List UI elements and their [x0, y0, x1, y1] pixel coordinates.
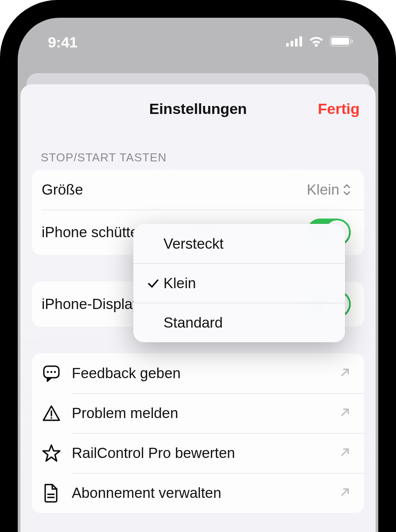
section-header-stop-start: Stop/Start Tasten	[20, 133, 376, 170]
external-link-icon	[339, 367, 351, 380]
menu-label: Standard	[163, 314, 223, 331]
row-rate-app[interactable]: RailControl Pro bewerten	[32, 433, 364, 473]
warning-icon	[42, 403, 72, 423]
menu-option-standard[interactable]: Standard	[133, 303, 345, 342]
star-icon	[42, 443, 72, 463]
status-time: 9:41	[48, 34, 78, 51]
status-bar: 9:41	[18, 18, 378, 66]
svg-rect-1	[291, 41, 293, 47]
phone-screen: 9:41	[18, 18, 378, 532]
row-report-problem[interactable]: Problem melden	[32, 393, 364, 433]
status-icons	[286, 35, 354, 49]
menu-label: Klein	[163, 275, 196, 292]
external-link-icon	[339, 446, 351, 460]
battery-icon	[330, 35, 354, 49]
wifi-icon	[308, 35, 324, 49]
menu-option-klein[interactable]: Klein	[133, 263, 345, 303]
svg-rect-3	[299, 36, 302, 47]
section-links: Feedback geben Problem melden	[32, 353, 364, 513]
done-button[interactable]: Fertig	[318, 84, 360, 133]
row-label: Problem melden	[72, 404, 339, 422]
menu-label: Versteckt	[163, 235, 224, 252]
size-picker-menu: Versteckt Klein Standard	[133, 224, 345, 342]
size-value-text: Klein	[307, 181, 339, 198]
phone-side-button	[0, 142, 1, 173]
chevron-up-down-icon	[343, 183, 351, 196]
svg-point-8	[47, 371, 49, 373]
row-label: RailControl Pro bewerten	[72, 444, 339, 462]
phone-side-button	[0, 262, 1, 319]
row-label: Größe	[42, 180, 307, 199]
checkmark-icon	[143, 277, 163, 290]
svg-rect-2	[295, 39, 298, 47]
menu-option-versteckt[interactable]: Versteckt	[133, 224, 345, 263]
svg-rect-6	[351, 39, 353, 43]
svg-point-9	[50, 371, 52, 373]
chat-icon	[42, 364, 72, 383]
row-manage-subscription[interactable]: Abonnement verwalten	[32, 473, 364, 513]
external-link-icon	[339, 407, 351, 420]
phone-frame: 9:41	[0, 0, 396, 532]
svg-rect-0	[286, 43, 289, 47]
row-feedback[interactable]: Feedback geben	[32, 353, 364, 393]
svg-point-12	[50, 417, 52, 419]
settings-sheet: Einstellungen Fertig Stop/Start Tasten G…	[20, 84, 376, 532]
document-icon	[42, 483, 72, 503]
page-title: Einstellungen	[149, 100, 247, 117]
row-label: Feedback geben	[72, 364, 339, 382]
sheet-header: Einstellungen Fertig	[20, 84, 376, 133]
row-size[interactable]: Größe Klein	[32, 170, 364, 210]
svg-point-10	[54, 371, 56, 373]
external-link-icon	[339, 486, 351, 500]
svg-rect-5	[331, 38, 349, 45]
cellular-icon	[286, 36, 303, 48]
phone-side-button	[0, 191, 1, 248]
row-label: Abonnement verwalten	[72, 484, 339, 502]
row-value-size: Klein	[307, 181, 351, 198]
